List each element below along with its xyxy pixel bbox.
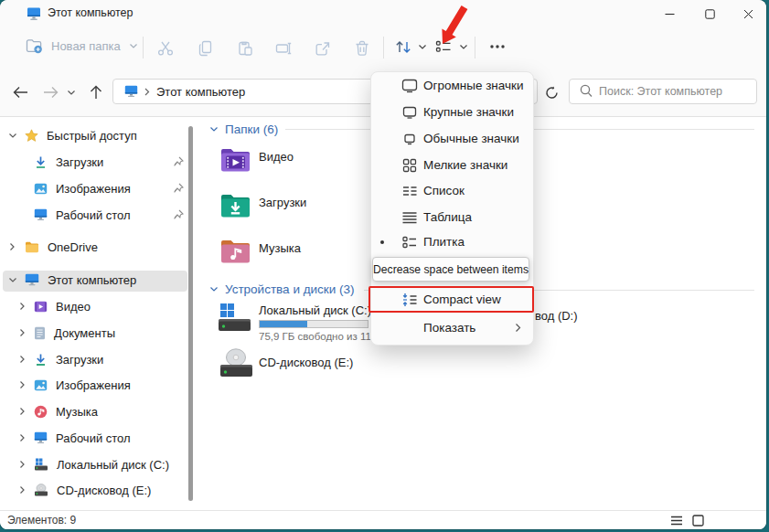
downloads-folder-icon[interactable] xyxy=(219,189,251,220)
picture-icon xyxy=(34,182,48,196)
drive-d-partial-label[interactable]: вод (D:) xyxy=(535,309,578,323)
drive-c-usage-fill xyxy=(260,321,307,327)
this-pc-icon xyxy=(25,273,39,286)
folder-tile-downloads[interactable]: Загрузки xyxy=(259,196,306,209)
menu-item-show-submenu[interactable]: Показать xyxy=(370,314,532,341)
pin-icon xyxy=(173,183,184,194)
cd-drive-e-tile-icon[interactable] xyxy=(219,347,253,378)
sidebar-item-desktop-qa[interactable]: Рабочий стол xyxy=(0,202,187,228)
chevron-right-icon[interactable] xyxy=(19,302,26,311)
new-folder-icon xyxy=(26,38,43,54)
small-icons-icon xyxy=(401,157,418,174)
close-button[interactable] xyxy=(734,3,762,25)
sidebar-item-video[interactable]: Видео xyxy=(0,293,187,319)
submenu-chevron-icon xyxy=(515,323,521,333)
minimize-button[interactable] xyxy=(656,3,683,25)
sidebar-item-desktop[interactable]: Рабочий стол xyxy=(0,425,187,451)
medium-icons-icon xyxy=(401,131,418,147)
download-icon xyxy=(34,155,48,169)
sidebar-item-downloads[interactable]: Загрузки xyxy=(0,346,187,372)
new-folder-button[interactable]: Новая папка xyxy=(26,38,138,54)
tooltip: Decrease space between items xyxy=(372,257,529,282)
music-folder-icon[interactable] xyxy=(219,235,251,266)
paste-icon[interactable] xyxy=(237,40,253,57)
menu-item-small-icons[interactable]: Мелкие значки xyxy=(370,152,532,178)
chevron-right-icon[interactable] xyxy=(19,485,26,495)
menu-item-details[interactable]: Таблица xyxy=(370,204,532,230)
breadcrumb-this-pc-icon xyxy=(124,85,138,98)
maximize-button[interactable] xyxy=(696,3,723,25)
new-folder-chevron-icon xyxy=(129,43,138,49)
desktop-icon xyxy=(34,208,48,221)
chevron-right-icon[interactable] xyxy=(19,433,26,442)
chevron-down-icon[interactable] xyxy=(8,277,17,283)
forward-button[interactable] xyxy=(38,80,62,104)
tooltip-text: Decrease space between items xyxy=(373,263,529,276)
sidebar-item-quick-access[interactable]: Быстрый доступ xyxy=(0,122,187,148)
sidebar-item-pictures-qa[interactable]: Изображения xyxy=(0,176,187,201)
chevron-down-icon[interactable] xyxy=(209,286,219,293)
sidebar-item-pictures[interactable]: Изображения xyxy=(0,372,187,398)
menu-item-list[interactable]: Список xyxy=(370,177,532,204)
app-icon xyxy=(27,7,41,21)
tiles-view-icon xyxy=(401,234,418,250)
chevron-right-icon[interactable] xyxy=(19,380,26,389)
folders-section-header[interactable]: Папки (6) xyxy=(209,122,278,136)
details-view-icon xyxy=(401,209,418,226)
sort-chevron-icon xyxy=(418,44,427,50)
annotation-arrow xyxy=(437,4,472,48)
chevron-right-icon[interactable] xyxy=(19,328,26,337)
menu-item-medium-icons[interactable]: Обычные значки xyxy=(370,125,532,152)
sidebar-item-onedrive[interactable]: OneDrive xyxy=(0,234,187,260)
desktop-icon xyxy=(34,431,48,444)
menu-item-extra-large-icons[interactable]: Огромные значки xyxy=(370,72,532,99)
sidebar-item-downloads-qa[interactable]: Загрузки xyxy=(0,149,187,175)
sort-icon xyxy=(395,39,411,55)
up-button[interactable] xyxy=(84,80,108,104)
chevron-right-icon[interactable] xyxy=(19,407,26,416)
sidebar-item-this-pc[interactable]: Этот компьютер xyxy=(0,267,187,293)
copy-icon[interactable] xyxy=(198,40,214,57)
recent-locations-chevron[interactable] xyxy=(62,80,80,104)
drive-c-free-space: 75,9 ГБ свободно из 110 xyxy=(259,331,377,342)
chevron-right-icon[interactable] xyxy=(19,460,26,469)
chevron-down-icon[interactable] xyxy=(209,126,219,133)
sidebar-scrollbar[interactable] xyxy=(188,126,193,501)
sidebar-item-documents[interactable]: Документы xyxy=(0,320,187,346)
back-button[interactable] xyxy=(8,80,32,104)
music-icon xyxy=(34,405,48,419)
menu-item-tiles[interactable]: Плитка xyxy=(370,229,532,255)
star-icon xyxy=(25,129,38,143)
chevron-down-icon[interactable] xyxy=(8,133,17,139)
details-view-toggle-icon[interactable] xyxy=(670,516,683,526)
rename-icon[interactable] xyxy=(275,40,292,57)
cut-icon[interactable] xyxy=(157,40,174,57)
documents-icon xyxy=(34,326,46,340)
breadcrumb-chevron-icon xyxy=(144,88,150,96)
menu-item-large-icons[interactable]: Крупные значки xyxy=(370,99,532,125)
drive-c-label[interactable]: Локальный диск (C:) xyxy=(259,303,371,317)
drive-c-icon xyxy=(34,458,48,471)
new-folder-label: Новая папка xyxy=(51,39,121,53)
cd-drive-e-label[interactable]: CD-дисковод (E:) xyxy=(259,356,353,369)
chevron-right-icon[interactable] xyxy=(9,242,16,251)
delete-icon[interactable] xyxy=(354,40,370,57)
breadcrumb-root[interactable]: Этот компьютер xyxy=(156,85,245,99)
video-folder-icon[interactable] xyxy=(219,144,251,175)
refresh-button[interactable] xyxy=(539,80,563,104)
icons-view-toggle-icon[interactable] xyxy=(692,515,704,527)
sidebar-item-music[interactable]: Музыка xyxy=(0,399,187,424)
drive-c-tile-icon[interactable] xyxy=(218,302,251,333)
folder-icon xyxy=(25,241,39,253)
devices-section-header[interactable]: Устройства и диски (3) xyxy=(209,282,355,296)
chevron-right-icon[interactable] xyxy=(19,355,26,364)
sidebar-item-cd-drive-e[interactable]: CD-дисковод (E:) xyxy=(0,477,187,503)
picture-icon xyxy=(34,378,48,392)
sidebar-item-local-disk-c[interactable]: Локальный диск (C:) xyxy=(0,452,187,477)
sort-button[interactable] xyxy=(395,39,427,55)
folder-tile-music[interactable]: Музыка xyxy=(259,241,301,255)
folder-tile-video[interactable]: Видео xyxy=(259,150,294,164)
search-input[interactable] xyxy=(569,79,757,104)
share-icon[interactable] xyxy=(315,40,331,57)
more-button[interactable] xyxy=(489,44,506,49)
